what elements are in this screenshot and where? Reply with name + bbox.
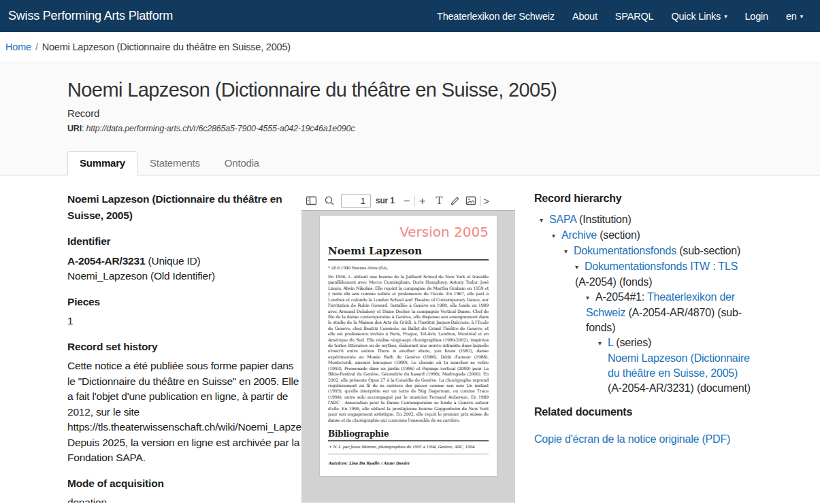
source-block: Source: Da Ryalle, Lisa/ Davier, Anne: N… xyxy=(328,476,489,477)
tree-item-sapa: SAPA (Institution) xyxy=(540,212,753,228)
hierarchy-link[interactable]: Dokumentationsfonds ITW : TLS xyxy=(585,261,738,272)
acquisition-value: donation xyxy=(67,495,301,503)
page-header: Noemi Lapzeson (Dictionnaire du théâtre … xyxy=(0,63,820,175)
page-title: Noemi Lapzeson (Dictionnaire du théâtre … xyxy=(67,63,753,101)
nav-quick-links[interactable]: Quick Links▾ xyxy=(662,11,736,22)
draw-tool-button[interactable] xyxy=(450,196,460,206)
unique-id-value: A-2054-AR/3231 xyxy=(67,255,145,267)
caret-down-icon[interactable] xyxy=(575,260,585,275)
hierarchy-link[interactable]: SAPA xyxy=(549,214,576,225)
breadcrumb-home-link[interactable]: Home xyxy=(5,41,31,52)
hierarchy-link[interactable]: L xyxy=(608,337,613,348)
tree-item-document: Noemi Lapzeson (Dictionnaire du théâtre … xyxy=(598,351,753,396)
hierarchy-tree: SAPA (Institution) Archive (section) Dok… xyxy=(534,212,753,396)
uri-value: http://data.performing-arts.ch/r/6c2865a… xyxy=(86,124,355,133)
nav-sparql[interactable]: SPARQL xyxy=(606,11,663,22)
birth-line: * 28.6.1940 Buenos Aires (RA). xyxy=(328,265,489,270)
bibliography-heading: Bibliographie xyxy=(328,429,489,441)
pieces-heading: Pieces xyxy=(67,295,301,310)
record-title: Noemi Lapzeson (Dictionnaire du théâtre … xyxy=(67,191,301,224)
pieces-value: 1 xyxy=(67,314,301,329)
image-icon xyxy=(465,196,476,205)
authors-line: Autrices: Lisa Da Ryalle / Anne Davier xyxy=(328,460,489,465)
version-watermark: Version 2005 xyxy=(328,224,489,240)
toolbar-divider xyxy=(480,196,481,206)
acquisition-heading: Mode of acquisition xyxy=(67,476,301,492)
tree-item-series: L (series) xyxy=(598,335,753,351)
document-title: Noemi Lapzeson xyxy=(328,245,489,261)
caret-down-icon: ▾ xyxy=(724,13,727,20)
uri-line: URI: http://data.performing-arts.ch/r/6c… xyxy=(67,124,753,133)
caret-down-icon[interactable] xyxy=(598,336,608,351)
hierarchy-link[interactable]: Noemi Lapzeson (Dictionnaire du théâtre … xyxy=(608,352,750,379)
nav-language-label: en xyxy=(786,11,797,22)
pencil-icon xyxy=(450,196,460,206)
tab-summary[interactable]: Summary xyxy=(67,151,137,175)
more-tools-button[interactable]: > xyxy=(484,195,490,207)
sidebar-toggle-icon xyxy=(306,195,317,206)
uri-label: URI xyxy=(67,124,82,133)
breadcrumb: Home/Noemi Lapzeson (Dictionnaire du thé… xyxy=(0,32,820,63)
record-type-label: Record xyxy=(67,107,753,119)
related-documents-heading: Related documents xyxy=(534,405,753,420)
page-number-input[interactable] xyxy=(341,194,371,208)
summary-panel: Noemi Lapzeson (Dictionnaire du théâtre … xyxy=(67,191,301,503)
zoom-in-button[interactable]: + xyxy=(419,195,426,207)
tab-ontodia[interactable]: Ontodia xyxy=(212,151,272,175)
summary-content: Noemi Lapzeson (Dictionnaire du théâtre … xyxy=(67,191,820,503)
pdf-canvas-area[interactable]: Version 2005 Noemi Lapzeson * 28.6.1940 … xyxy=(301,211,515,503)
zoom-out-button[interactable]: − xyxy=(404,195,410,207)
caret-down-icon[interactable] xyxy=(586,290,595,305)
nav-about[interactable]: About xyxy=(563,11,606,22)
history-heading: Record set history xyxy=(67,339,301,355)
pdf-toolbar: sur 1 − + T > xyxy=(301,191,515,211)
caret-down-icon[interactable] xyxy=(564,244,574,259)
tree-item-fonds: Dokumentationsfonds ITW : TLS (A-2054) (… xyxy=(575,259,753,290)
hierarchy-heading: Record hierarchy xyxy=(534,191,753,206)
caret-down-icon[interactable] xyxy=(552,229,561,243)
identifier-heading: Identifier xyxy=(67,234,301,250)
tab-statements[interactable]: Statements xyxy=(137,151,212,175)
sidebar-toggle-button[interactable] xyxy=(306,195,317,206)
tree-item-subfonds: A-2054#1: Theaterlexikon der Schweiz (A-… xyxy=(586,290,753,335)
nav-quick-links-label: Quick Links xyxy=(671,11,721,22)
pdf-page: Version 2005 Noemi Lapzeson * 28.6.1940 … xyxy=(319,215,497,477)
record-hierarchy-panel: Record hierarchy SAPA (Institution) Arch… xyxy=(534,191,753,503)
unique-id-line: A-2054-AR/3231 (Unique ID) xyxy=(67,254,301,269)
history-text: Cette notice a été publiée sous forme pa… xyxy=(67,358,301,466)
related-document-link[interactable]: Copie d'écran de la notice originale (PD… xyxy=(534,432,730,447)
find-button[interactable] xyxy=(324,195,335,206)
nav-language-selector[interactable]: en▾ xyxy=(777,11,812,22)
breadcrumb-current: Noemi Lapzeson (Dictionnaire du théâtre … xyxy=(42,41,291,52)
old-identifier-line: Noemi_Lapzeson (Old Identifier) xyxy=(67,269,301,284)
hierarchy-link[interactable]: Dokumentationsfonds xyxy=(574,245,676,256)
image-tool-button[interactable] xyxy=(465,196,476,205)
breadcrumb-separator: / xyxy=(35,41,38,52)
caret-down-icon: ▾ xyxy=(800,13,803,20)
pdf-viewer: sur 1 − + T > Version 2005 xyxy=(301,191,515,503)
nav-theaterlexikon[interactable]: Theaterlexikon der Schweiz xyxy=(428,11,563,22)
tree-item-archive: Archive (section) xyxy=(552,228,753,243)
nav-login[interactable]: Login xyxy=(736,11,776,22)
tree-item-dokumentationsfonds: Dokumentationsfonds (sub-section) xyxy=(564,243,753,259)
page-count-label: sur 1 xyxy=(376,196,395,205)
caret-down-icon[interactable] xyxy=(540,213,549,228)
tab-bar: Summary Statements Ontodia xyxy=(67,151,753,175)
navbar-menu: Theaterlexikon der Schweiz About SPARQL … xyxy=(428,11,812,22)
brand-link[interactable]: Swiss Performing Arts Platform xyxy=(8,9,173,23)
top-navbar: Swiss Performing Arts Platform Theaterle… xyxy=(0,0,820,32)
search-icon xyxy=(324,195,335,206)
text-tool-button[interactable]: T xyxy=(436,195,443,207)
document-body-text: En 1956, L. obtient une bourse de la Jui… xyxy=(328,274,489,423)
hierarchy-link[interactable]: Archive xyxy=(561,229,597,241)
toolbar-divider xyxy=(414,196,415,206)
bibliography-item: N. L. par Jesus Moreno, photographies de… xyxy=(328,441,489,454)
